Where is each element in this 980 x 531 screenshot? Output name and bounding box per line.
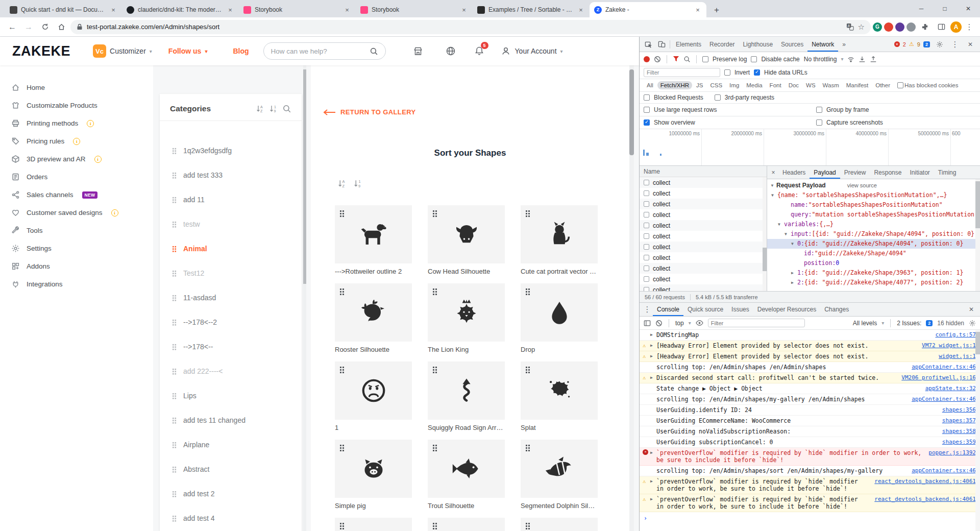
info-icon[interactable]: i — [94, 156, 102, 163]
return-to-gallery-link[interactable]: RETURN TO GALLERY — [322, 108, 416, 116]
drag-handle-icon[interactable] — [525, 210, 530, 218]
console-log[interactable]: scrolling top: /en/Admin/shapes /en/Admi… — [640, 362, 980, 373]
shape-card[interactable] — [521, 518, 598, 531]
shape-card[interactable] — [428, 361, 505, 420]
omnibox[interactable]: test-portal.zakeke.com/en/Admin/shapes/s… — [70, 20, 871, 34]
url-text[interactable]: test-portal.zakeke.com/en/Admin/shapes/s… — [87, 23, 219, 31]
expand-arrow-icon[interactable]: ▶ — [650, 374, 656, 381]
browser-tab[interactable]: Examples / Tree / Sortable - Colla… × — [473, 2, 590, 17]
drag-handle-icon[interactable] — [172, 221, 177, 228]
category-item[interactable]: testw — [160, 212, 302, 236]
category-item[interactable]: add 11 — [160, 187, 302, 212]
payload-scrollbar[interactable] — [975, 179, 980, 291]
view-source-link[interactable]: view source — [847, 181, 877, 190]
drag-handle-icon[interactable] — [172, 417, 177, 424]
has-blocked-cookies-checkbox[interactable] — [897, 82, 903, 88]
eye-icon[interactable] — [696, 319, 703, 327]
request-row[interactable]: collect — [640, 252, 767, 263]
shape-card[interactable] — [335, 440, 412, 498]
browser-tab[interactable]: Storybook × — [239, 2, 356, 17]
drawer-close-icon[interactable]: ✕ — [965, 303, 978, 316]
error-badge-icon[interactable]: ✕ — [894, 41, 900, 47]
console-log-warning[interactable]: ⚠▶[Headway Error] Element provided by se… — [640, 341, 980, 351]
source-link[interactable]: appContainer.tsx:46 — [912, 467, 976, 474]
request-row[interactable]: collect — [640, 220, 767, 231]
shape-cell[interactable] — [428, 518, 505, 531]
category-item[interactable]: 1q2w3efdgsdfg — [160, 138, 302, 163]
source-link[interactable]: appContainer.tsx:46 — [912, 396, 976, 403]
request-list-header[interactable]: Name — [640, 166, 767, 177]
shape-card[interactable] — [335, 518, 412, 531]
sort-numeric-icon[interactable]: 19 — [353, 179, 363, 188]
type-filter-manifest[interactable]: Manifest — [843, 81, 871, 89]
shape-card[interactable] — [428, 440, 505, 498]
shape-card[interactable] — [521, 440, 598, 498]
extension-icon[interactable] — [884, 22, 893, 32]
close-icon[interactable]: × — [768, 169, 778, 176]
console-log-warning[interactable]: ⚠▶Discarded second start call: profitwel… — [640, 373, 980, 383]
tab-preview[interactable]: Preview — [840, 166, 870, 179]
category-item[interactable]: add test 333 — [160, 163, 302, 187]
request-row[interactable]: collect — [640, 199, 767, 209]
warning-badge-icon[interactable]: ⚠ — [909, 41, 914, 47]
close-icon[interactable]: × — [460, 6, 468, 14]
type-filter-js[interactable]: JS — [693, 81, 706, 89]
shape-cell[interactable]: The Lion King — [428, 283, 505, 353]
drag-handle-icon[interactable] — [525, 366, 530, 374]
preserve-log-checkbox[interactable] — [702, 56, 708, 62]
console-log-warning[interactable]: ⚠▶[Headway Error] Element provided by se… — [640, 351, 980, 362]
filter-funnel-icon[interactable] — [673, 56, 679, 62]
console-log[interactable]: UserGuiding ECommerceName: WooCommercesh… — [640, 416, 980, 426]
browser-tab[interactable]: Quick start - dnd kit — Documen… × — [5, 2, 122, 17]
payload-node[interactable]: name: "sortableShapesShapesPositionMutat… — [767, 200, 980, 210]
shape-card[interactable] — [521, 205, 598, 263]
source-link[interactable]: shapes:359 — [942, 439, 976, 446]
category-item[interactable]: Lips — [160, 383, 302, 408]
disable-cache-checkbox[interactable] — [751, 56, 757, 62]
scrollbar-thumb[interactable] — [975, 181, 980, 228]
notifications-bell-icon[interactable]: 5 — [474, 45, 485, 57]
blocked-requests-checkbox[interactable] — [644, 94, 650, 101]
sidebar-item-orders[interactable]: Orders — [0, 168, 153, 186]
hide-data-urls-checkbox[interactable] — [754, 69, 760, 76]
category-item[interactable]: add tes 11 changed — [160, 408, 302, 432]
drag-handle-icon[interactable] — [172, 442, 177, 448]
request-list-scrollbar[interactable] — [763, 177, 767, 291]
browser-tab[interactable]: Storybook × — [356, 2, 473, 17]
categories-scrollbar[interactable] — [303, 65, 306, 531]
tab-payload[interactable]: Payload — [810, 166, 840, 179]
maximize-button[interactable]: □ — [933, 0, 957, 17]
category-item[interactable]: add test 4 — [160, 506, 302, 530]
shape-cell[interactable]: 1 — [335, 361, 412, 431]
grammarly-extension-icon[interactable]: G — [873, 22, 882, 32]
drag-handle-icon[interactable] — [525, 522, 530, 530]
type-filter-font[interactable]: Font — [767, 81, 785, 89]
network-conditions-icon[interactable] — [847, 56, 854, 63]
request-row[interactable]: collect — [640, 231, 767, 242]
console-log-error[interactable]: ✕▶`preventOverflow` modifier is required… — [640, 448, 980, 466]
payload-node[interactable]: ▼{name: "sortableShapesShapesPositionMut… — [767, 190, 980, 200]
shape-card[interactable] — [521, 361, 598, 420]
extension-icon[interactable] — [906, 22, 916, 32]
third-party-requests-checkbox[interactable] — [715, 94, 721, 101]
sidebar-item-integrations[interactable]: Integrations — [0, 275, 153, 293]
log-levels-select[interactable]: All levels — [853, 320, 877, 327]
context-select[interactable]: top — [675, 320, 684, 327]
drag-handle-icon[interactable] — [525, 444, 530, 452]
source-link[interactable]: config.ts:57 — [936, 331, 976, 339]
shape-cell[interactable]: Drop — [521, 283, 598, 353]
shape-card[interactable] — [428, 283, 505, 342]
translate-icon[interactable]: A — [846, 23, 854, 31]
zakeke-logo[interactable]: ZAKEKE — [12, 43, 70, 59]
request-row[interactable]: collect — [640, 188, 767, 199]
console-prompt[interactable]: › — [640, 512, 980, 524]
follow-us-dropdown[interactable]: Follow us ▾ — [168, 47, 208, 55]
source-link[interactable]: shapes:356 — [942, 406, 976, 414]
category-item[interactable]: add test 2 — [160, 481, 302, 506]
tab-console[interactable]: Console — [653, 303, 683, 316]
browser-tab[interactable]: clauderic/dnd-kit: The modern, l… × — [122, 2, 239, 17]
minimize-button[interactable]: ─ — [910, 0, 933, 17]
console-scrollbar[interactable] — [975, 330, 980, 531]
browser-tab-active[interactable]: Z Zakeke - × — [590, 2, 706, 17]
shape-cell[interactable] — [521, 518, 598, 531]
